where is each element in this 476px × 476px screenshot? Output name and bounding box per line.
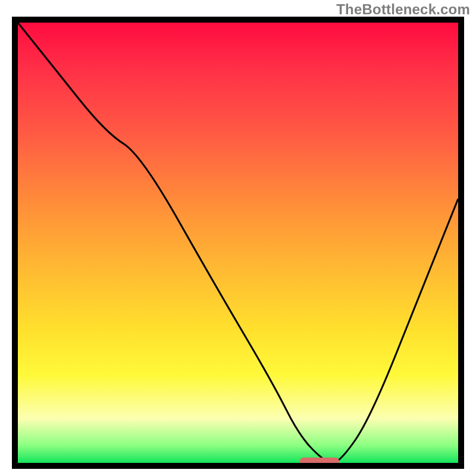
plot-area (12, 17, 464, 469)
optimal-range-marker (300, 458, 340, 465)
bottleneck-curve (18, 23, 458, 463)
watermark-text: TheBottleneck.com (336, 1, 470, 18)
curve-layer (18, 23, 458, 463)
chart-stage: TheBottleneck.com (0, 0, 476, 476)
